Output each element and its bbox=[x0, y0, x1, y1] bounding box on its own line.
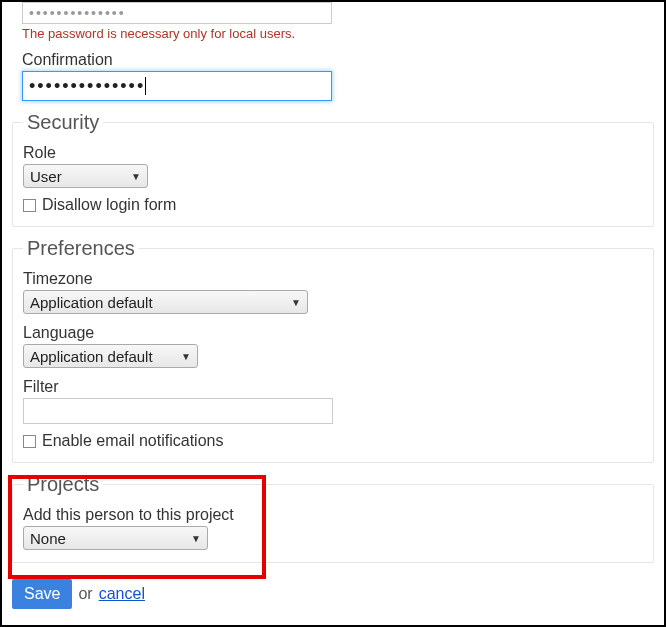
filter-input[interactable] bbox=[23, 398, 333, 424]
timezone-select[interactable]: Application default ▼ bbox=[23, 290, 308, 314]
add-project-value: None bbox=[30, 530, 66, 547]
disallow-login-checkbox[interactable] bbox=[23, 199, 36, 212]
chevron-down-icon: ▼ bbox=[191, 533, 201, 544]
chevron-down-icon: ▼ bbox=[131, 171, 141, 182]
chevron-down-icon: ▼ bbox=[291, 297, 301, 308]
confirmation-mask: •••••••••••••• bbox=[29, 76, 145, 97]
email-notifications-row[interactable]: Enable email notifications bbox=[23, 432, 643, 450]
language-select[interactable]: Application default ▼ bbox=[23, 344, 198, 368]
disallow-login-row[interactable]: Disallow login form bbox=[23, 196, 643, 214]
user-form: •••••••••••••• The password is necessary… bbox=[0, 0, 666, 627]
credentials-block: •••••••••••••• The password is necessary… bbox=[12, 2, 654, 101]
confirmation-input[interactable]: •••••••••••••• bbox=[22, 71, 332, 101]
preferences-fieldset: Preferences Timezone Application default… bbox=[12, 237, 654, 463]
filter-label: Filter bbox=[23, 378, 643, 396]
password-input[interactable]: •••••••••••••• bbox=[22, 2, 332, 24]
disallow-login-label: Disallow login form bbox=[42, 196, 176, 214]
language-value: Application default bbox=[30, 348, 153, 365]
password-mask: •••••••••••••• bbox=[29, 5, 126, 21]
projects-legend: Projects bbox=[23, 473, 103, 496]
role-label: Role bbox=[23, 144, 643, 162]
role-value: User bbox=[30, 168, 62, 185]
language-label: Language bbox=[23, 324, 643, 342]
email-notifications-checkbox[interactable] bbox=[23, 435, 36, 448]
or-text: or bbox=[78, 585, 92, 603]
email-notifications-label: Enable email notifications bbox=[42, 432, 223, 450]
password-helper: The password is necessary only for local… bbox=[22, 26, 654, 41]
projects-fieldset: Projects Add this person to this project… bbox=[12, 473, 654, 563]
timezone-label: Timezone bbox=[23, 270, 643, 288]
add-project-label: Add this person to this project bbox=[23, 506, 643, 524]
save-button[interactable]: Save bbox=[12, 579, 72, 609]
confirmation-label: Confirmation bbox=[22, 51, 654, 69]
add-project-select[interactable]: None ▼ bbox=[23, 526, 208, 550]
form-actions: Save or cancel bbox=[12, 579, 654, 609]
cancel-link[interactable]: cancel bbox=[99, 585, 145, 603]
text-caret bbox=[145, 77, 146, 95]
security-fieldset: Security Role User ▼ Disallow login form bbox=[12, 111, 654, 227]
timezone-value: Application default bbox=[30, 294, 153, 311]
chevron-down-icon: ▼ bbox=[181, 351, 191, 362]
security-legend: Security bbox=[23, 111, 103, 134]
preferences-legend: Preferences bbox=[23, 237, 139, 260]
role-select[interactable]: User ▼ bbox=[23, 164, 148, 188]
